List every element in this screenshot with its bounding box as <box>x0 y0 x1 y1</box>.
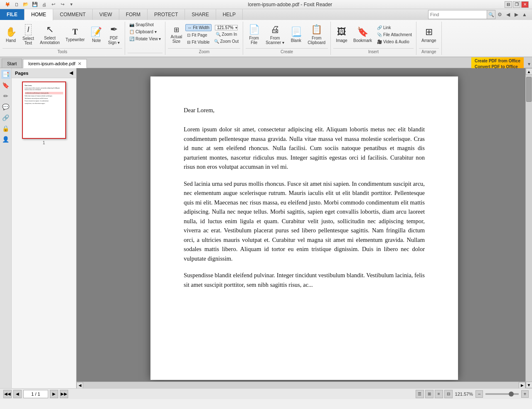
more-btn[interactable]: ▾ <box>67 0 76 9</box>
arrange-button[interactable]: ⊞ Arrange <box>419 22 439 47</box>
hand-tool-button[interactable]: ✋ Hand <box>2 22 19 47</box>
save-btn[interactable]: 💾 <box>31 0 39 9</box>
pdf-sign-icon: ✒ <box>110 24 118 35</box>
select-annotation-label: SelectAnnotation <box>40 36 60 45</box>
from-clipboard-button[interactable]: 📋 FromClipboard <box>305 22 328 47</box>
tab-form[interactable]: FORM <box>119 9 148 20</box>
prev-page-btn[interactable]: ◀ <box>13 390 22 398</box>
pdf-scroll-content[interactable]: Dear Lorem, Lorem ipsum dolor sit amet, … <box>76 68 532 388</box>
zoom-dropdown-icon[interactable]: ▾ <box>235 25 237 30</box>
sidebar-attachments-icon[interactable]: 🔗 <box>1 113 10 122</box>
sidebar-signatures-icon[interactable]: 👤 <box>1 135 10 144</box>
tab-share[interactable]: SHARE <box>185 9 216 20</box>
snapshot-button[interactable]: 📷 SnapShot <box>128 22 155 28</box>
open-btn[interactable]: 📂 <box>22 0 30 9</box>
maximize-btn[interactable]: ❐ <box>513 1 520 8</box>
scroll-left-arrow[interactable]: ◀ <box>76 382 83 389</box>
main-area: 📑 🔖 ✏ 💬 🔗 🔒 👤 Pages ◀ Dear Lorem, Lorem … <box>0 68 532 388</box>
blank-button[interactable]: 📃 Blank <box>288 22 304 47</box>
tab-file[interactable]: FILE <box>0 9 25 20</box>
first-page-btn[interactable]: ◀◀ <box>3 390 12 398</box>
tabs-bar: Start lorem-ipsum-adobe.pdf ✕ ▾ Create P… <box>0 57 532 68</box>
video-audio-button[interactable]: 🎥 Video & Audio <box>375 39 414 45</box>
continuous-view-btn[interactable]: ⊞ <box>425 390 433 398</box>
scroll-thumb[interactable] <box>526 77 532 102</box>
two-page-view-btn[interactable]: ≡ <box>435 390 443 398</box>
new-btn[interactable]: 🗋 <box>12 0 21 9</box>
ribbon-group-tools: ✋ Hand I SelectText ↖ SelectAnnotation 𝐓… <box>0 22 125 55</box>
sidebar-comments-icon[interactable]: 💬 <box>1 102 10 111</box>
zoom-level-area: 121.57% ▾ 🔍 Zoom In 🔍 Zoom Out <box>212 25 240 44</box>
pdf-sign-button[interactable]: ✒ PDFSign ▾ <box>106 22 122 47</box>
fit-width-label: Fit Width <box>193 25 209 30</box>
image-button[interactable]: 🖼 Image <box>333 22 350 47</box>
scroll-right-arrow[interactable]: ▶ <box>519 382 525 389</box>
ribbon-back-icon[interactable]: ◀ <box>504 10 512 19</box>
from-scanner-button[interactable]: 🖨 FromScanner ▾ <box>263 22 287 47</box>
select-annotation-button[interactable]: ↖ SelectAnnotation <box>37 22 62 47</box>
zoom-out-icon: 🔍 <box>214 39 219 44</box>
ribbon-up-icon[interactable]: ▲ <box>520 10 529 19</box>
pages-collapse-icon[interactable]: ◀ <box>69 70 73 76</box>
ribbon-forward-icon[interactable]: ▶ <box>512 10 520 19</box>
left-sidebar: 📑 🔖 ✏ 💬 🔗 🔒 👤 <box>0 68 12 388</box>
redo-btn[interactable]: ↪ <box>58 0 66 9</box>
ribbon-settings-icon[interactable]: ⚙ <box>495 10 504 19</box>
sidebar-security-icon[interactable]: 🔒 <box>1 124 10 133</box>
link-button[interactable]: 🔗 Link <box>375 25 414 31</box>
page-thumbnail[interactable]: Dear Lorem, Lorem ipsum dolor sit amet, … <box>22 81 66 139</box>
bookmark-button[interactable]: 🔖 Bookmark <box>351 22 374 47</box>
clipboard-button[interactable]: 📋 Clipboard ▾ <box>128 29 158 35</box>
scroll-up-arrow[interactable]: ▲ <box>526 68 532 75</box>
find-input[interactable] <box>429 10 487 19</box>
rotate-view-button[interactable]: 🔄 Rotate View ▾ <box>128 36 163 42</box>
scroll-track[interactable] <box>526 75 532 382</box>
sidebar-annotations-icon[interactable]: ✏ <box>1 91 10 101</box>
tab-view[interactable]: VIEW <box>93 9 119 20</box>
next-page-btn[interactable]: ▶ <box>50 390 58 398</box>
fit-visible-button[interactable]: ⊟ Fit Visible <box>185 39 211 45</box>
zoom-slider-thumb[interactable] <box>509 392 514 397</box>
undo-btn[interactable]: ↩ <box>49 0 57 9</box>
pdf-page: Dear Lorem, Lorem ipsum dolor sit amet, … <box>150 76 458 380</box>
tab-protect[interactable]: PROTECT <box>148 9 185 20</box>
facing-view-btn[interactable]: ⊟ <box>444 390 453 398</box>
fit-page-button[interactable]: ⊡ Fit Page <box>185 32 211 38</box>
select-text-button[interactable]: I SelectText <box>20 22 37 47</box>
minimize-btn[interactable]: ⊟ <box>505 1 512 8</box>
note-label: Note <box>92 38 101 43</box>
find-search-icon[interactable]: 🔍 <box>487 10 495 19</box>
page-input[interactable] <box>23 390 48 398</box>
tab-arrow-icon[interactable]: ▾ <box>528 61 530 67</box>
tab-start[interactable]: Start <box>2 59 22 68</box>
actual-size-button[interactable]: ⊞ ActualSize <box>168 22 185 47</box>
select-text-label: SelectText <box>22 36 34 45</box>
arrange-icon: ⊞ <box>425 27 433 37</box>
zoom-in-bottom-btn[interactable]: + <box>521 390 529 398</box>
tab-help[interactable]: HELP <box>216 9 243 20</box>
typewriter-button[interactable]: 𝐓 Typewriter <box>63 22 87 47</box>
sidebar-pages-icon[interactable]: 📑 <box>1 70 10 79</box>
zoom-out-button[interactable]: 🔍 Zoom Out <box>212 38 240 44</box>
page-thumb-1[interactable]: Dear Lorem, Lorem ipsum dolor sit amet, … <box>22 81 66 145</box>
fit-width-button[interactable]: ↔ Fit Width <box>185 24 211 31</box>
zoom-out-bottom-btn[interactable]: − <box>475 390 483 398</box>
last-page-btn[interactable]: ▶▶ <box>60 390 68 398</box>
zoom-in-button[interactable]: 🔍 Zoom In <box>214 31 239 37</box>
zoom-slider[interactable] <box>485 393 519 395</box>
note-button[interactable]: 📝 Note <box>88 22 105 47</box>
scroll-down-arrow[interactable]: ▼ <box>526 382 532 388</box>
single-page-view-btn[interactable]: ☰ <box>416 390 424 398</box>
file-attachment-button[interactable]: 📎 File Attachment <box>375 32 414 38</box>
arrange-label: Arrange <box>421 38 436 43</box>
from-file-button[interactable]: 📄 FromFile <box>246 22 262 47</box>
tab-document[interactable]: lorem-ipsum-adobe.pdf ✕ <box>23 59 87 68</box>
close-btn[interactable]: ✕ <box>521 1 529 8</box>
create-group-label: Create <box>246 48 328 55</box>
zoom-selector[interactable]: 121.57% ▾ <box>215 25 237 30</box>
tab-close-icon[interactable]: ✕ <box>78 61 81 67</box>
sidebar-bookmarks-icon[interactable]: 🔖 <box>1 81 10 90</box>
print-btn[interactable]: 🖨 <box>40 0 48 9</box>
tab-comment[interactable]: COMMENT <box>53 9 93 20</box>
tab-home[interactable]: HOME <box>25 9 53 21</box>
